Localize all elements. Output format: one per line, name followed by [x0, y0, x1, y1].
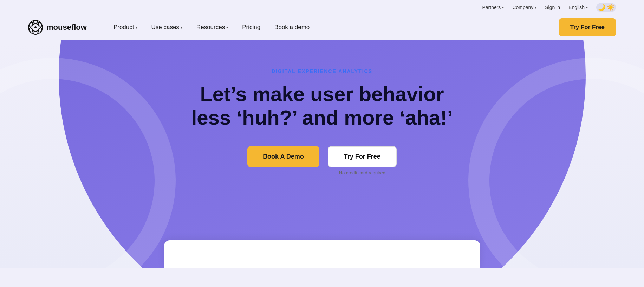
hero-try-free-button[interactable]: Try For Free	[328, 146, 397, 167]
resources-chevron: ▾	[226, 26, 228, 29]
usecases-chevron: ▾	[181, 26, 182, 29]
logo-text: mouseflow	[46, 23, 87, 32]
main-navbar: mouseflow Product ▾ Use cases ▾ Resource…	[0, 15, 644, 40]
moon-icon: 🌙	[598, 4, 605, 11]
language-label: English	[568, 5, 585, 10]
nav-book-demo[interactable]: Book a demo	[269, 21, 315, 34]
partners-chevron: ▾	[502, 6, 504, 9]
no-credit-card-text: No credit card required	[339, 170, 385, 175]
hero-title: Let’s make user behavior less ‘huh?’ and…	[191, 82, 453, 129]
nav-resources[interactable]: Resources ▾	[191, 21, 234, 34]
nav-links: Product ▾ Use cases ▾ Resources ▾ Pricin…	[108, 21, 559, 34]
nav-pricing[interactable]: Pricing	[236, 21, 266, 34]
partners-label: Partners	[482, 5, 501, 10]
sun-icon: ☀️	[607, 4, 614, 11]
hero-free-wrapper: Try For Free No credit card required	[328, 146, 397, 175]
company-label: Company	[512, 5, 533, 10]
language-chevron: ▾	[586, 6, 588, 9]
hero-bottom-card	[164, 240, 480, 268]
theme-toggle[interactable]: 🌙 ☀️	[596, 3, 616, 12]
language-nav[interactable]: English ▾	[568, 5, 588, 10]
pricing-label: Pricing	[242, 24, 260, 31]
partners-nav[interactable]: Partners ▾	[482, 5, 504, 10]
hero-book-demo-button[interactable]: Book A Demo	[247, 146, 319, 167]
top-bar: Partners ▾ Company ▾ Sign in English ▾ 🌙…	[0, 0, 644, 15]
resources-label: Resources	[196, 24, 225, 31]
company-nav[interactable]: Company ▾	[512, 5, 536, 10]
book-demo-label: Book a demo	[274, 24, 310, 31]
company-chevron: ▾	[535, 6, 536, 9]
hero-eyebrow: DIGITAL EXPERIENCE ANALYTICS	[191, 68, 453, 74]
logo-icon	[28, 20, 43, 35]
usecases-label: Use cases	[151, 24, 179, 31]
nav-product[interactable]: Product ▾	[108, 21, 143, 34]
hero-section: DIGITAL EXPERIENCE ANALYTICS Let’s make …	[0, 40, 644, 268]
signin-nav[interactable]: Sign in	[545, 5, 560, 10]
svg-point-4	[34, 26, 37, 28]
nav-try-free-button[interactable]: Try For Free	[559, 18, 616, 36]
logo-link[interactable]: mouseflow	[28, 20, 87, 35]
hero-content: DIGITAL EXPERIENCE ANALYTICS Let’s make …	[191, 68, 453, 181]
signin-label: Sign in	[545, 5, 560, 10]
nav-usecases[interactable]: Use cases ▾	[146, 21, 188, 34]
product-chevron: ▾	[136, 26, 137, 29]
hero-buttons: Book A Demo Try For Free No credit card …	[191, 146, 453, 175]
hero-title-line1: Let’s make user behavior	[200, 82, 444, 105]
product-label: Product	[113, 24, 134, 31]
hero-title-line2: less ‘huh?’ and more ‘aha!’	[191, 106, 453, 129]
